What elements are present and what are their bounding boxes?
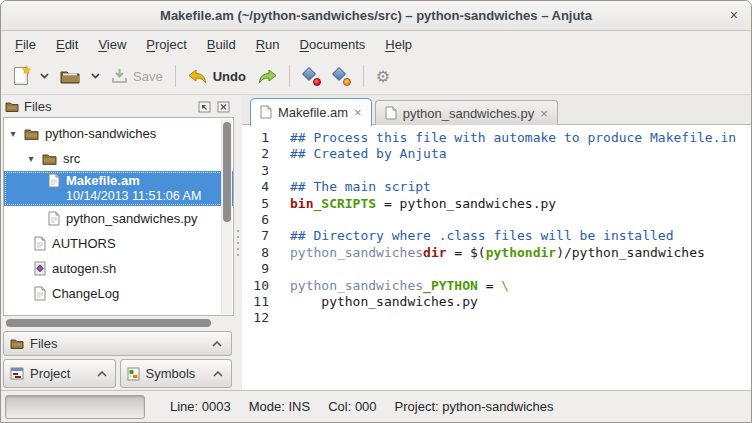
files-shelf-label: Files <box>30 336 57 351</box>
open-file-dropdown[interactable] <box>87 70 104 82</box>
goto-implementation-button[interactable] <box>328 64 355 89</box>
folder-icon <box>24 128 39 140</box>
document-icon <box>48 173 60 188</box>
redo-button[interactable] <box>253 66 281 87</box>
symbols-icon <box>127 367 140 381</box>
tree-item-label: python_sandwiches.py <box>66 211 198 226</box>
status-mode: Mode: INS <box>249 399 310 414</box>
expander-icon[interactable]: ▾ <box>26 153 36 164</box>
status-col: Col: 000 <box>328 399 376 414</box>
menu-item-help[interactable]: Help <box>375 31 422 58</box>
scrollbar-thumb[interactable] <box>6 319 211 327</box>
window-close-icon[interactable]: × <box>730 8 738 22</box>
tree-item-label: AUTHORS <box>52 236 116 251</box>
code-line <box>290 310 751 326</box>
editor-notebook: Makefile.am×python_sandwiches.py× 123456… <box>242 95 751 390</box>
tree-item-label: src <box>63 151 80 166</box>
menu-item-documents[interactable]: Documents <box>290 31 376 58</box>
tree-item-changelog[interactable]: ChangeLog <box>4 281 233 306</box>
tree-item-makefile-am[interactable]: Makefile.am10/14/2013 11:51:06 AM <box>4 171 233 206</box>
tree-item-src[interactable]: ▾src <box>4 146 233 171</box>
menu-item-edit[interactable]: Edit <box>46 31 88 58</box>
code-line: ## The main script <box>290 179 751 195</box>
preferences-gear-icon: ⚙ <box>376 67 390 86</box>
tree-item-label: ChangeLog <box>52 286 119 301</box>
menu-item-run[interactable]: Run <box>246 31 290 58</box>
window-title: Makefile.am (~/python-sandwiches/src) – … <box>160 8 592 23</box>
menu-item-build[interactable]: Build <box>197 31 246 58</box>
goto-implementation-icon <box>332 67 351 86</box>
open-file-button[interactable] <box>56 66 84 87</box>
code-editor[interactable]: 123456789101112 ## Process this file wit… <box>242 125 751 390</box>
document-icon <box>385 106 397 120</box>
sidebar-tab-symbols[interactable]: Symbols <box>120 359 233 388</box>
dock-panel-icon[interactable] <box>198 101 211 113</box>
line-number: 9 <box>242 261 269 277</box>
line-number: 11 <box>242 294 269 310</box>
goto-definition-button[interactable] <box>298 64 325 89</box>
save-label: Save <box>133 69 163 84</box>
tree-item-python-sandwiches-py[interactable]: python_sandwiches.py <box>4 206 233 231</box>
line-number: 6 <box>242 212 269 228</box>
folder-icon <box>5 101 19 112</box>
menubar: FileEditViewProjectBuildRunDocumentsHelp <box>1 31 751 58</box>
progress-indicator <box>5 395 145 419</box>
close-panel-icon[interactable] <box>217 101 230 113</box>
redo-icon <box>257 69 277 84</box>
sidebar-tab-project[interactable]: Project <box>3 359 116 388</box>
code-line <box>290 261 751 277</box>
document-icon <box>34 286 46 301</box>
expander-icon[interactable]: ▾ <box>8 128 18 139</box>
sidebar-tab-label: Project <box>30 366 70 381</box>
tree-item-label: Makefile.am <box>66 173 140 188</box>
line-number: 8 <box>242 245 269 261</box>
new-file-dropdown[interactable] <box>36 70 53 82</box>
line-number-gutter: 123456789101112 <box>242 130 274 390</box>
open-folder-icon <box>60 69 80 84</box>
tab-close-icon[interactable]: × <box>540 106 548 121</box>
line-number: 2 <box>242 146 269 162</box>
titlebar[interactable]: Makefile.am (~/python-sandwiches/src) – … <box>1 1 751 31</box>
file-tree: ▾python-sandwiches▾srcMakefile.am10/14/2… <box>3 117 234 316</box>
tree-item-autogen-sh[interactable]: autogen.sh <box>4 256 233 281</box>
line-number: 3 <box>242 163 269 179</box>
editor-tab-label: Makefile.am <box>278 105 348 120</box>
project-icon <box>10 367 24 380</box>
menu-item-project[interactable]: Project <box>136 31 196 58</box>
files-shelf-bar[interactable]: Files <box>3 331 232 356</box>
preferences-button[interactable]: ⚙ <box>372 64 394 89</box>
tree-item-python-sandwiches[interactable]: ▾python-sandwiches <box>4 121 233 146</box>
tree-horizontal-scrollbar[interactable] <box>4 319 231 328</box>
undo-button[interactable]: Undo <box>184 66 250 87</box>
line-number: 4 <box>242 179 269 195</box>
code-line: ## Directory where .class files will be … <box>290 228 751 244</box>
line-number: 12 <box>242 310 269 326</box>
menu-item-file[interactable]: File <box>5 31 46 58</box>
tree-item-authors[interactable]: AUTHORS <box>4 231 233 256</box>
sidebar-tab-label: Symbols <box>146 366 196 381</box>
editor-tab-label: python_sandwiches.py <box>403 106 535 121</box>
menu-item-view[interactable]: View <box>88 31 136 58</box>
anjuta-window: Makefile.am (~/python-sandwiches/src) – … <box>0 0 752 423</box>
folder-icon <box>42 153 57 165</box>
toolbar-separator <box>289 65 290 87</box>
editor-tab-python-sandwiches-py[interactable]: python_sandwiches.py× <box>375 100 558 125</box>
scrollbar-thumb[interactable] <box>223 122 231 222</box>
line-number: 10 <box>242 278 269 294</box>
tree-vertical-scrollbar[interactable] <box>221 119 232 314</box>
document-icon <box>34 236 46 251</box>
folder-icon <box>10 338 24 349</box>
editor-tab-makefile-am[interactable]: Makefile.am× <box>250 98 372 126</box>
main-area: Files ▾python-sandwiches▾srcMakefile.am1… <box>1 95 751 390</box>
code-line: ## Created by Anjuta <box>290 146 751 162</box>
tab-close-icon[interactable]: × <box>354 105 362 120</box>
pane-splitter[interactable] <box>234 95 242 390</box>
status-line: Line: 0003 <box>170 399 231 414</box>
save-button[interactable]: Save <box>107 65 167 87</box>
chevron-down-icon <box>40 73 49 79</box>
sidebar-bottom-tabs: ProjectSymbols <box>3 359 232 388</box>
code-line: python_sandwichesdir = $(pythondir)/pyth… <box>290 245 751 261</box>
script-icon <box>34 261 46 276</box>
new-file-button[interactable]: ★ <box>8 63 33 89</box>
chevron-up-icon <box>97 371 107 377</box>
